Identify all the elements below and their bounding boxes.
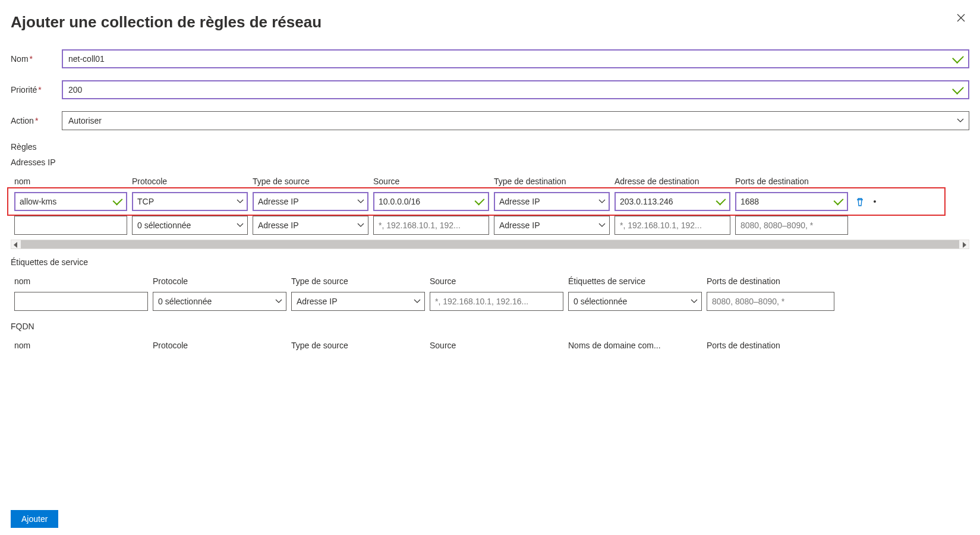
priority-label: Priorité* xyxy=(11,85,62,95)
rule-name-input[interactable]: allow-kms xyxy=(14,192,127,211)
close-button[interactable] xyxy=(953,10,969,28)
svc-section-title: Étiquettes de service xyxy=(11,257,969,267)
rule-dst-addr-input[interactable]: 203.0.113.246 xyxy=(615,192,730,211)
name-label: Nom* xyxy=(11,54,62,64)
action-label: Action* xyxy=(11,116,62,125)
svc-src-type-select[interactable]: Adresse IP xyxy=(291,292,425,311)
priority-input[interactable]: 200 xyxy=(62,80,969,99)
svc-name-input[interactable] xyxy=(14,292,148,311)
ip-rule-row: allow-kms TCP Adresse IP 10.0.0.0/16 Adr… xyxy=(11,192,969,211)
rule-src-type-select[interactable]: Adresse IP xyxy=(253,216,368,235)
rule-dst-port-input[interactable]: 8080, 8080–8090, * xyxy=(735,216,848,235)
svc-source-input[interactable]: *, 192.168.10.1, 192.16... xyxy=(430,292,563,311)
rule-dst-type-select[interactable]: Adresse IP xyxy=(494,192,610,211)
name-input[interactable]: net-coll01 xyxy=(62,49,969,68)
ip-rule-row-empty: 0 sélectionnée Adresse IP *, 192.168.10.… xyxy=(11,216,969,235)
page-title: Ajouter une collection de règles de rése… xyxy=(11,13,322,32)
svc-dport-input[interactable]: 8080, 8080–8090, * xyxy=(707,292,834,311)
rule-src-type-select[interactable]: Adresse IP xyxy=(253,192,368,211)
delete-rule-button[interactable] xyxy=(853,192,867,211)
svc-rule-row: 0 sélectionnée Adresse IP *, 192.168.10.… xyxy=(11,292,969,311)
more-icon[interactable]: • xyxy=(872,192,878,211)
rule-name-input[interactable] xyxy=(14,216,127,235)
svc-proto-select[interactable]: 0 sélectionnée xyxy=(153,292,286,311)
rule-source-input[interactable]: *, 192.168.10.1, 192... xyxy=(373,216,489,235)
ip-headers: nom Protocole Type de source Source Type… xyxy=(11,177,969,186)
rule-dst-type-select[interactable]: Adresse IP xyxy=(494,216,610,235)
ip-section-title: Adresses IP xyxy=(11,158,969,167)
fqdn-section-title: FQDN xyxy=(11,322,969,331)
rules-heading: Règles xyxy=(11,142,969,152)
rule-proto-select[interactable]: 0 sélectionnée xyxy=(132,216,248,235)
fqdn-headers: nom Protocole Type de source Source Noms… xyxy=(11,341,969,350)
rule-proto-select[interactable]: TCP xyxy=(132,192,248,211)
svc-tags-select[interactable]: 0 sélectionnée xyxy=(568,292,702,311)
rule-source-input[interactable]: 10.0.0.0/16 xyxy=(373,192,489,211)
rule-dst-port-input[interactable]: 1688 xyxy=(735,192,848,211)
rule-dst-addr-input[interactable]: *, 192.168.10.1, 192... xyxy=(615,216,730,235)
svc-headers: nom Protocole Type de source Source Étiq… xyxy=(11,276,969,286)
horizontal-scrollbar[interactable] xyxy=(11,240,969,249)
action-select[interactable]: Autoriser xyxy=(62,111,969,130)
